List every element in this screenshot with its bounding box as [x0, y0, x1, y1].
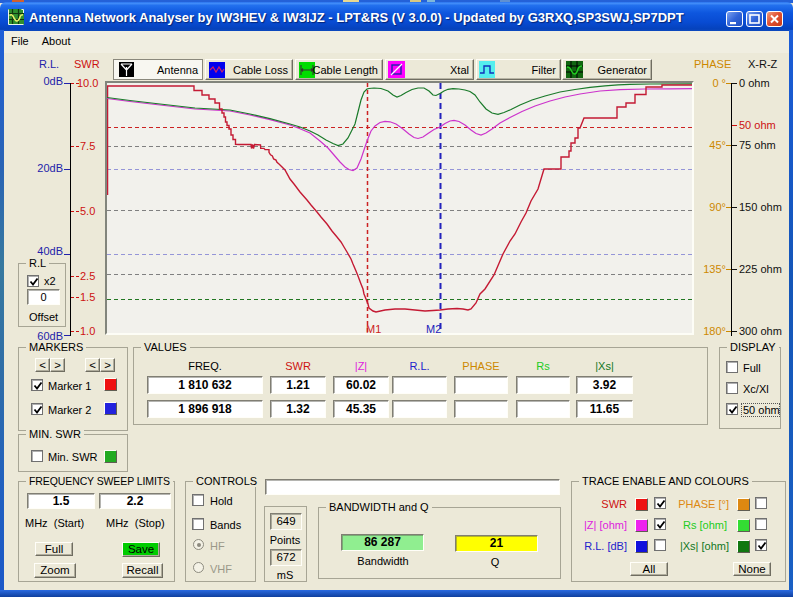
svg-text:M2: M2 — [426, 323, 441, 333]
svg-text:M1: M1 — [366, 323, 381, 333]
